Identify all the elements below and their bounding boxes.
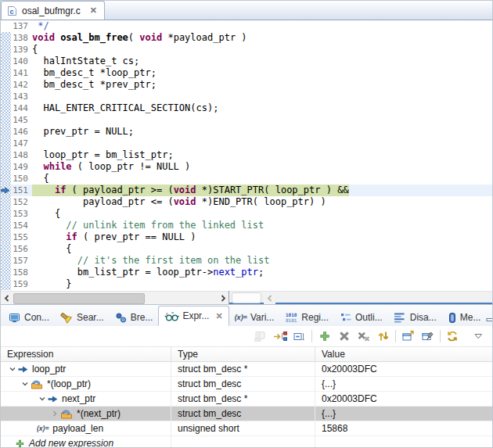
code-line-145[interactable]: 145 [1,114,492,126]
tab-close-icon[interactable]: ✕ [90,5,97,16]
editor-gutter[interactable] [1,126,11,138]
editor-gutter[interactable] [1,138,11,149]
panel-tab-disassembly[interactable]: Disa... [388,309,442,326]
view-menu-button[interactable] [471,329,486,343]
code-line-147[interactable]: 147 [1,138,492,149]
expression-row-loop_ptr[interactable]: loop_ptrstruct bm_desc *0x20003DFC [1,362,492,377]
editor-gutter[interactable] [1,114,11,126]
remove-expression-button[interactable] [336,329,351,343]
code-line-155[interactable]: 155 if ( prev_ptr == NULL ) [1,231,492,243]
panel-tab-memory[interactable]: Me... [442,309,487,326]
expression-row-next_ptr[interactable]: *(next_ptr)struct bm_desc{...} [1,407,492,421]
tab-label: Bre... [131,312,153,323]
panel-tab-breakpoints[interactable]: Bre... [110,309,159,326]
code-line-159[interactable]: 159 } [1,278,492,290]
reevaluate-button[interactable] [376,329,390,343]
code-text: // unlink item from the linked list [32,220,264,231]
code-line-140[interactable]: 140 halIntState_t cs; [1,56,492,67]
panel-tab-outline[interactable]: Outli... [334,309,388,326]
code-line-156[interactable]: 156 { [1,243,492,255]
chevron-expanded-icon[interactable] [7,365,18,373]
code-line-142[interactable]: 142 bm_desc_t *prev_ptr; [1,79,492,91]
collapse-all-button[interactable] [292,329,307,343]
editor-gutter[interactable] [1,208,11,220]
variables-icon: (x)= [235,314,247,321]
chevron-collapsed-icon[interactable] [49,410,60,418]
code-line-139[interactable]: 139{ [1,44,492,56]
code-line-158[interactable]: 158 bm_list_ptr = loop_ptr->next_ptr; [1,267,492,278]
code-line-149[interactable]: 149 while ( loop_ptr != NULL ) [1,161,492,173]
scroll-right-button[interactable] [217,292,229,304]
editor-gutter[interactable] [1,56,11,67]
add-expression-button[interactable] [317,329,332,343]
editor-gutter[interactable] [1,102,11,114]
panel-tab-registers[interactable]: 10100101Regi... [279,309,334,326]
editor-gutter[interactable] [1,231,11,243]
scroll-thumb[interactable] [13,293,145,304]
editor-tab-osal-bufmgr[interactable]: c osal_bufmgr.c ✕ [1,1,105,20]
show-logical-structure-button[interactable] [272,329,287,343]
code-line-148[interactable]: 148 loop_ptr = bm_list_ptr; [1,149,492,161]
panel-tab-expressions[interactable]: x=Expr...✕ [158,306,229,326]
secondary-scroll-thumb[interactable] [232,292,261,303]
refresh-button[interactable] [445,329,460,343]
editor-gutter[interactable] [1,161,11,173]
column-header-type[interactable]: Type [171,347,315,361]
editor-gutter[interactable] [1,149,11,161]
table-header: Expression Type Value [1,347,492,362]
editor-gutter[interactable] [1,267,11,278]
editor-gutter[interactable] [1,243,11,255]
editor-gutter[interactable] [1,220,11,231]
editor-gutter[interactable] [1,67,11,79]
editor-gutter[interactable] [1,20,11,32]
pin-view-button[interactable] [420,329,435,343]
column-header-value[interactable]: Value [315,347,492,361]
expression-row-loop_ptr[interactable]: *(loop_ptr)struct bm_desc{...} [1,377,492,392]
editor-hscrollbar[interactable] [1,291,229,304]
chevron-expanded-icon[interactable] [37,395,48,403]
editor-gutter[interactable] [1,185,11,196]
code-line-150[interactable]: 150 { [1,173,492,185]
line-number: 156 [11,243,32,255]
code-text: payload_ptr <= (void *)END_PTR( loop_ptr… [32,196,326,208]
column-header-expression[interactable]: Expression [1,347,171,361]
expression-row-next_ptr[interactable]: next_ptrstruct bm_desc *0x20003DFC [1,392,492,407]
editor-gutter[interactable] [1,173,11,185]
code-line-144[interactable]: 144 HAL_ENTER_CRITICAL_SECTION(cs); [1,102,492,114]
editor-gutter[interactable] [1,91,11,102]
expression-value: 0x20003DFC [315,393,492,404]
code-line-152[interactable]: 152 payload_ptr <= (void *)END_PTR( loop… [1,196,492,208]
code-line-137[interactable]: 137 */ [1,20,492,32]
code-line-138[interactable]: 138void osal_bm_free( void *payload_ptr … [1,32,492,44]
expression-row-payload_len[interactable]: (x)=payload_lenunsigned short15868 [1,421,492,436]
code-line-146[interactable]: 146 prev_ptr = NULL; [1,126,492,138]
editor-gutter[interactable] [1,32,11,44]
editor-gutter[interactable] [1,196,11,208]
code-line-157[interactable]: 157 // it's the first item on the list [1,255,492,267]
code-line-154[interactable]: 154 // unlink item from the linked list [1,220,492,231]
panel-tab-search[interactable]: Sear... [55,309,110,326]
remove-all-expressions-button[interactable] [356,329,371,343]
chevron-expanded-icon[interactable] [20,380,31,388]
code-line-153[interactable]: 153 { [1,208,492,220]
open-new-view-button[interactable] [401,329,416,343]
scroll-left-button[interactable] [1,292,13,304]
panel-tab-variables[interactable]: (x)=Vari... [229,309,280,326]
code-text: { [32,173,49,185]
expression-name: next_ptr [62,393,95,404]
code-editor[interactable]: 137 */138void osal_bm_free( void *payloa… [1,20,492,291]
minimize-button[interactable] [486,314,493,322]
editor-gutter[interactable] [1,278,11,290]
line-number: 150 [11,173,32,185]
code-line-151[interactable]: 151 if ( payload_ptr >= (void *)START_PT… [1,185,492,196]
editor-gutter[interactable] [1,79,11,91]
secondary-hscrollbar[interactable] [229,291,492,304]
toolbar-separator [395,330,396,342]
editor-gutter[interactable] [1,255,11,267]
tab-close-icon[interactable]: ✕ [215,311,222,321]
add-new-expression-row[interactable]: Add new expression [1,436,492,448]
panel-tab-console[interactable]: Con... [3,309,55,326]
code-line-143[interactable]: 143 [1,91,492,102]
code-line-141[interactable]: 141 bm_desc_t *loop_ptr; [1,67,492,79]
editor-gutter[interactable] [1,44,11,56]
